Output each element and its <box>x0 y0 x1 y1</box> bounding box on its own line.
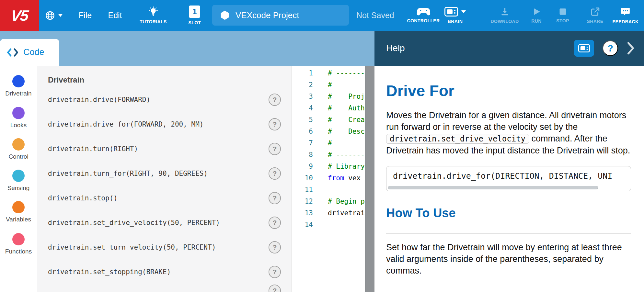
editor-line[interactable]: 2# <box>292 79 365 91</box>
command-help-button[interactable]: ? <box>269 143 281 155</box>
category-label: Looks <box>10 122 27 129</box>
example-code: drivetrain.drive_for(DIRECTION, DISTANCE… <box>393 171 612 181</box>
functions-category-icon <box>12 233 25 245</box>
editor-line[interactable]: 7# <box>292 137 365 149</box>
category-label: Drivetrain <box>5 90 31 97</box>
command-help-button[interactable]: ? <box>269 167 281 180</box>
code-brackets-icon <box>6 48 19 57</box>
sidebar-item-variables[interactable]: Variables <box>0 201 37 223</box>
inline-code-chip: drivetrain.set_drive_velocity <box>386 134 529 144</box>
command-row: drivetrain.set_turn_velocity(50, PERCENT… <box>37 241 292 253</box>
chevron-down-icon <box>58 14 63 17</box>
editor-line[interactable]: 3# Proje <box>292 91 365 102</box>
command-turn[interactable]: drivetrain.turn(RIGHT) <box>48 143 138 155</box>
feedback-bubble-icon <box>620 6 631 17</box>
palette-section-header: Drivetrain <box>48 75 84 84</box>
lightbulb-icon <box>148 6 158 17</box>
command-help-button[interactable]: ? <box>269 241 281 253</box>
command-help-button[interactable]: ? <box>269 285 281 292</box>
chevron-right-icon <box>627 42 635 55</box>
sidebar-item-sensing[interactable]: Sensing <box>0 170 37 192</box>
line-number: 6 <box>292 126 313 137</box>
horizontal-scrollbar-thumb[interactable] <box>388 186 598 189</box>
line-number: 13 <box>292 207 313 219</box>
command-row: drivetrain.stop() ? <box>37 192 292 204</box>
command-drive-for[interactable]: drivetrain.drive_for(FORWARD, 200, MM) <box>48 118 203 130</box>
download-button[interactable]: DOWNLOAD <box>490 0 519 31</box>
share-icon <box>590 7 600 17</box>
slot-number: 1 <box>192 7 197 16</box>
editor-line[interactable]: 11 <box>292 184 365 196</box>
editor-line[interactable]: 6# Descri <box>292 126 365 137</box>
hexagon-project-icon <box>220 10 230 20</box>
editor-line[interactable]: 8# ------------ <box>292 149 365 161</box>
editor-line[interactable]: 5# Create <box>292 114 365 126</box>
editor-line[interactable]: 10from vex i <box>292 172 365 184</box>
category-label: Functions <box>5 248 32 255</box>
help-question-button[interactable]: ? <box>603 40 618 56</box>
tutorials-button[interactable]: TUTORIALS <box>140 0 167 31</box>
command-row: drivetrain.set_drive_velocity(50, PERCEN… <box>37 217 292 229</box>
question-icon: ? <box>273 194 277 202</box>
command-stop[interactable]: drivetrain.stop() <box>48 192 118 204</box>
editor-line[interactable]: 9# Library <box>292 161 365 172</box>
brain-help-button[interactable] <box>574 40 594 57</box>
line-number: 11 <box>292 184 313 196</box>
drivetrain-category-icon <box>12 75 25 87</box>
feedback-button[interactable]: FEEDBACK <box>613 0 639 31</box>
sidebar-item-control[interactable]: Control <box>0 138 37 160</box>
command-set-drive-velocity[interactable]: drivetrain.set_drive_velocity(50, PERCEN… <box>48 217 220 229</box>
vexcode-app: V5 File Edit TUTORIALS <box>0 0 644 292</box>
command-row: drivetrain.set_stopping(BRAKE) ? <box>37 266 292 278</box>
language-selector[interactable] <box>45 0 63 31</box>
code-tab-label: Code <box>23 47 44 57</box>
controller-label: CONTROLLER <box>407 18 440 23</box>
command-help-button[interactable]: ? <box>269 266 281 278</box>
file-menu[interactable]: File <box>79 0 92 31</box>
sidebar-item-functions[interactable]: Functions <box>0 233 37 255</box>
command-set-stopping[interactable]: drivetrain.set_stopping(BRAKE) <box>48 266 171 278</box>
panel-resize-handle[interactable] <box>365 66 374 292</box>
slot-button[interactable]: 1 SLOT <box>189 0 201 31</box>
command-row: drivetrain.drive(FORWARD) ? <box>37 94 292 106</box>
help-header: Help ? <box>374 31 644 66</box>
project-name-field[interactable]: VEXcode Project <box>212 5 349 26</box>
command-drive[interactable]: drivetrain.drive(FORWARD) <box>48 94 150 106</box>
brain-button[interactable]: BRAIN <box>444 0 466 31</box>
description-text: Moves the Drivetrain for a given distanc… <box>386 110 626 132</box>
collapse-panel-button[interactable] <box>627 42 635 55</box>
stop-button[interactable]: STOP <box>556 0 569 31</box>
help-panel: Help ? Dr <box>374 31 644 292</box>
tab-code[interactable]: Code <box>0 39 59 66</box>
code-editor[interactable]: 1# ------------ 2# 3# Proje 4# Autho 5# … <box>292 66 365 292</box>
question-icon: ? <box>273 170 277 177</box>
command-turn-for[interactable]: drivetrain.turn_for(RIGHT, 90, DEGREES) <box>48 167 208 180</box>
line-number: 3 <box>292 91 313 102</box>
command-help-button[interactable]: ? <box>269 192 281 204</box>
sidebar-item-drivetrain[interactable]: Drivetrain <box>0 75 37 97</box>
command-help-button[interactable]: ? <box>269 217 281 229</box>
save-status: Not Saved <box>356 0 394 31</box>
editor-line[interactable]: 1# ------------ <box>292 67 365 79</box>
sidebar-item-looks[interactable]: Looks <box>0 107 37 129</box>
controller-button[interactable]: CONTROLLER <box>407 0 440 31</box>
chevron-down-icon <box>461 10 466 13</box>
tutorials-label: TUTORIALS <box>140 19 167 24</box>
question-icon: ? <box>273 287 277 292</box>
share-button[interactable]: SHARE <box>587 0 603 31</box>
editor-line[interactable]: 14 <box>292 219 365 230</box>
editor-line[interactable]: 4# Autho <box>292 102 365 114</box>
control-category-icon <box>12 138 25 151</box>
help-topic-title: Drive For <box>386 82 631 100</box>
editor-line[interactable]: 12# Begin p <box>292 196 365 207</box>
slot-1-icon: 1 <box>189 6 200 18</box>
command-set-turn-velocity[interactable]: drivetrain.set_turn_velocity(50, PERCENT… <box>48 241 216 253</box>
usage-text: Set how far the Drivetrain will move by … <box>386 241 631 276</box>
editor-line[interactable]: 13drivetrain <box>292 207 365 219</box>
help-panel-title: Help <box>386 43 405 53</box>
command-row: drivetrain.drive_for(FORWARD, 200, MM) ? <box>37 118 292 130</box>
command-help-button[interactable]: ? <box>269 94 281 106</box>
run-button[interactable]: RUN <box>531 0 542 31</box>
edit-menu[interactable]: Edit <box>108 0 122 31</box>
command-help-button[interactable]: ? <box>269 118 281 130</box>
